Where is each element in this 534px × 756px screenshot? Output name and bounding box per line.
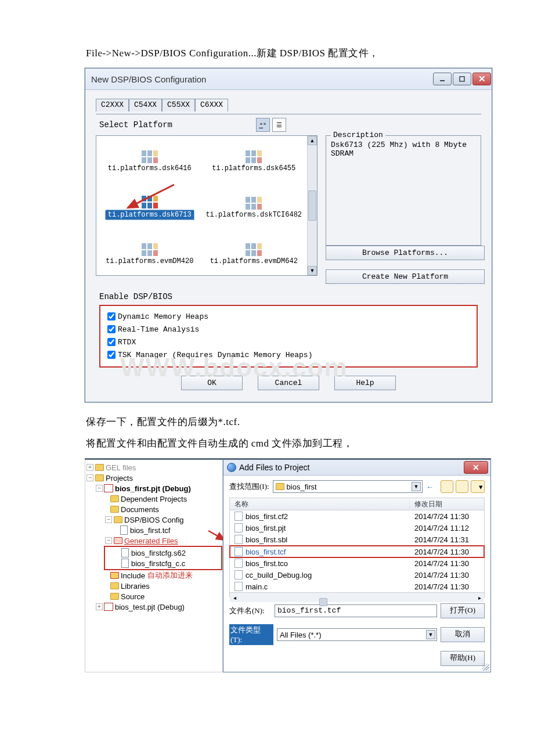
platform-item-dsktci6482[interactable]: ti.platforms.dskTCI6482 <box>202 185 306 231</box>
file-icon <box>234 559 243 568</box>
scroll-up-icon[interactable]: ▲ <box>308 136 317 145</box>
minimize-button[interactable] <box>433 73 452 85</box>
tree-generated-files[interactable]: Generated Files <box>124 537 178 545</box>
enable-dsp-bios-label: Enable DSP/BIOS <box>99 292 172 301</box>
cancel-button[interactable]: 取消 <box>441 627 485 642</box>
note-add-cmd: 将配置文件和由配置文件自动生成的 cmd 文件添加到工程， <box>86 437 534 450</box>
platform-item-dsk6416[interactable]: ti.platforms.dsk6416 <box>98 138 202 185</box>
svg-line-3 <box>208 531 225 540</box>
tree-source[interactable]: Source <box>121 592 145 601</box>
description-label: Description <box>331 131 385 139</box>
file-row[interactable]: bios_first.tcf2014/7/24 11:30 <box>230 546 484 557</box>
close-button[interactable]: ✕ <box>464 461 488 474</box>
ok-button[interactable]: OK <box>181 376 243 390</box>
view-menu-icon[interactable]: ▾ <box>471 480 485 493</box>
view-icons-button[interactable]: ᵃᵇ <box>256 118 270 132</box>
tree-projects[interactable]: Projects <box>106 474 133 483</box>
tab-c55xx[interactable]: C55XX <box>162 99 195 111</box>
file-icon <box>234 570 243 579</box>
browse-platforms-button[interactable]: Browse Platforms... <box>326 246 485 260</box>
view-list-button[interactable]: ☰ <box>272 118 286 132</box>
look-in-label: 查找范围(I): <box>229 481 269 492</box>
up-folder-icon[interactable] <box>441 480 453 493</box>
open-button[interactable]: 打开(O) <box>441 603 485 618</box>
maximize-button[interactable] <box>453 73 471 85</box>
tree-project-bios-test[interactable]: bios_test.pjt (Debug) <box>115 603 185 611</box>
help-button[interactable]: 帮助(H) <box>441 651 485 666</box>
tree-bios-firstcfg-c[interactable]: bios_firstcfg_c.c <box>131 559 185 568</box>
select-platform-label: Select Platform <box>99 120 256 129</box>
svg-rect-1 <box>460 77 464 81</box>
dialog-title: New DSP/BIOS Configuration <box>91 74 432 84</box>
tab-c2xxx[interactable]: C2XXX <box>96 99 129 111</box>
tree-collapse-icon[interactable]: − <box>86 474 93 481</box>
cancel-button[interactable]: Cancel <box>258 376 319 390</box>
add-files-dialog: Add Files to Project ✕ 查找范围(I): bios_fir… <box>223 460 491 672</box>
scroll-thumb[interactable] <box>308 190 316 221</box>
tree-include[interactable]: Include <box>121 571 145 580</box>
add-files-titlebar[interactable]: Add Files to Project ✕ <box>223 460 490 476</box>
add-files-title: Add Files to Project <box>239 463 309 472</box>
file-icon <box>234 547 243 556</box>
file-row[interactable]: cc_build_Debug.log2014/7/24 11:30 <box>230 569 484 581</box>
file-list[interactable]: 名称 修改日期 bios_first.cf22014/7/24 11:30bio… <box>229 498 485 597</box>
platform-item-dsk6455[interactable]: ti.platforms.dsk6455 <box>202 138 306 185</box>
check-dynamic-memory-heaps[interactable]: Dynamic Memory Heaps <box>105 311 472 322</box>
tree-bios-first-tcf[interactable]: bios_first.tcf <box>130 526 170 535</box>
platform-arch-tabs: C2XXX C54XX C55XX C6XXX <box>96 98 481 111</box>
resize-grip-icon[interactable] <box>482 664 489 671</box>
chevron-down-icon[interactable]: ▼ <box>426 630 435 639</box>
annotation-auto-added: 自动添加进来 <box>147 570 193 581</box>
note-save-tcf: 保存一下，配置文件的后缀为*.tcf. <box>86 415 534 429</box>
col-date[interactable]: 修改日期 <box>410 499 484 509</box>
help-button[interactable]: Help <box>334 376 396 390</box>
new-folder-icon[interactable] <box>456 480 468 493</box>
platform-item-evmdm420[interactable]: ti.platforms.evmDM420 <box>98 231 202 276</box>
col-name[interactable]: 名称 <box>230 499 410 509</box>
scroll-down-icon[interactable]: ▼ <box>308 266 317 275</box>
check-rtdx[interactable]: RTDX <box>105 336 472 348</box>
description-text: Dsk6713 (225 Mhz) with 8 Mbyte SDRAM <box>331 141 476 158</box>
file-row[interactable]: bios_first.sbl2014/7/24 11:31 <box>230 534 484 545</box>
file-icon <box>234 512 243 521</box>
new-dsp-bios-config-dialog: New DSP/BIOS Configuration ✕ C2XXX C54XX… <box>85 68 492 402</box>
platform-item-dsk6713[interactable]: ti.platforms.dsk6713 <box>98 185 202 231</box>
create-new-platform-button[interactable]: Create New Platform <box>326 269 485 284</box>
close-button[interactable]: ✕ <box>472 73 491 85</box>
intro-text: File->New->DSP/BIOS Configuration...新建 D… <box>86 46 534 60</box>
filetype-label: 文件类型(T): <box>229 624 273 645</box>
tree-project-bios-first[interactable]: bios_first.pjt (Debug) <box>115 484 191 493</box>
look-in-dropdown[interactable]: bios_first ▼ <box>273 480 423 493</box>
file-row[interactable]: bios_first.pjt2014/7/24 11:12 <box>230 522 484 534</box>
tree-libraries[interactable]: Libraries <box>121 582 150 591</box>
svg-rect-0 <box>440 80 445 81</box>
platform-item-evmdm642[interactable]: ti.platforms.evmDM642 <box>202 231 306 276</box>
chevron-down-icon[interactable]: ▼ <box>412 482 421 491</box>
description-group: Description Dsk6713 (225 Mhz) with 8 Mby… <box>326 135 481 246</box>
file-row[interactable]: main.c2014/7/24 11:30 <box>230 581 484 592</box>
tree-dependent-projects[interactable]: Dependent Projects <box>121 495 187 503</box>
filename-input[interactable]: bios_first.tcf <box>275 604 437 617</box>
file-icon <box>234 523 243 532</box>
enable-options-group: Dynamic Memory Heaps Real-Time Analysis … <box>99 305 478 368</box>
check-tsk-manager[interactable]: TSK Manager (Requires Dynamic Memory Hea… <box>105 349 472 361</box>
tab-c6xxx[interactable]: C6XXX <box>195 99 228 111</box>
file-row[interactable]: bios_first.cf22014/7/24 11:30 <box>230 510 484 522</box>
app-icon <box>227 463 236 472</box>
dialog-titlebar[interactable]: New DSP/BIOS Configuration ✕ <box>85 69 492 90</box>
tree-dsp-bios-config[interactable]: DSP/BIOS Config <box>124 516 184 524</box>
platform-list[interactable]: ti.platforms.dsk6416 ti.platforms.dsk645… <box>96 135 317 276</box>
file-icon <box>234 582 243 591</box>
tab-c54xx[interactable]: C54XX <box>129 99 162 111</box>
filetype-dropdown[interactable]: All Files (*.*) ▼ <box>277 628 437 641</box>
horizontal-scrollbar[interactable]: ◂▸ <box>230 592 484 602</box>
platform-scrollbar[interactable]: ▲ ▼ <box>307 136 317 275</box>
tree-bios-firstcfg-s62[interactable]: bios_firstcfg.s62 <box>131 549 186 557</box>
file-row[interactable]: bios_first.tco2014/7/24 11:30 <box>230 557 484 569</box>
tree-expand-icon[interactable]: + <box>86 464 93 471</box>
project-tree[interactable]: +GEL files −Projects −bios_first.pjt (De… <box>85 460 223 672</box>
file-icon <box>234 535 243 544</box>
filename-label: 文件名(N): <box>229 606 271 616</box>
tree-documents[interactable]: Documents <box>121 505 159 514</box>
check-real-time-analysis[interactable]: Real-Time Analysis <box>105 323 472 335</box>
